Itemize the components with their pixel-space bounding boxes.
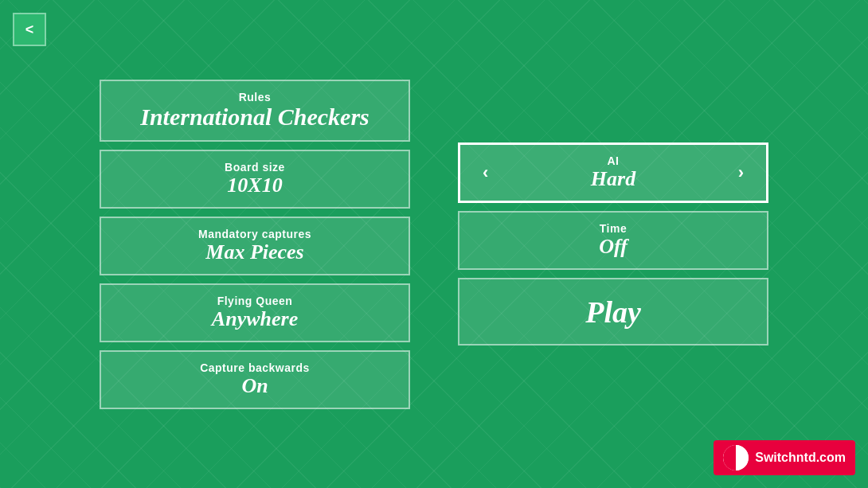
mandatory-captures-value: Max Pieces bbox=[117, 240, 393, 264]
ai-card[interactable]: ‹ AI Hard › bbox=[458, 142, 768, 203]
rules-card[interactable]: Rules International Checkers bbox=[100, 80, 410, 142]
play-button[interactable]: Play bbox=[458, 278, 768, 346]
play-label: Play bbox=[585, 295, 641, 330]
left-column: Rules International Checkers Board size … bbox=[100, 80, 410, 409]
capture-backwards-label: Capture backwards bbox=[117, 361, 393, 374]
ai-right-arrow-button[interactable]: › bbox=[732, 162, 750, 183]
flying-queen-card[interactable]: Flying Queen Anywhere bbox=[100, 283, 410, 342]
board-size-value: 10X10 bbox=[117, 174, 393, 197]
right-column: ‹ AI Hard › Time Off Play bbox=[458, 142, 768, 346]
capture-backwards-value: On bbox=[117, 374, 393, 398]
mandatory-captures-label: Mandatory captures bbox=[117, 228, 393, 240]
ai-value: Hard bbox=[495, 167, 731, 191]
ai-left-arrow-button[interactable]: ‹ bbox=[476, 162, 495, 183]
ai-center: AI Hard bbox=[495, 154, 731, 191]
capture-backwards-card[interactable]: Capture backwards On bbox=[100, 350, 410, 409]
mandatory-captures-card[interactable]: Mandatory captures Max Pieces bbox=[100, 217, 410, 275]
board-size-label: Board size bbox=[117, 161, 393, 174]
main-content: Rules International Checkers Board size … bbox=[0, 0, 868, 488]
flying-queen-label: Flying Queen bbox=[117, 295, 393, 307]
time-card[interactable]: Time Off bbox=[458, 211, 768, 270]
time-value: Off bbox=[475, 235, 751, 259]
flying-queen-value: Anywhere bbox=[117, 307, 393, 331]
time-label: Time bbox=[475, 222, 751, 235]
ai-label: AI bbox=[495, 154, 731, 167]
rules-value: International Checkers bbox=[117, 103, 393, 131]
rules-label: Rules bbox=[117, 91, 393, 103]
board-size-card[interactable]: Board size 10X10 bbox=[100, 150, 410, 209]
